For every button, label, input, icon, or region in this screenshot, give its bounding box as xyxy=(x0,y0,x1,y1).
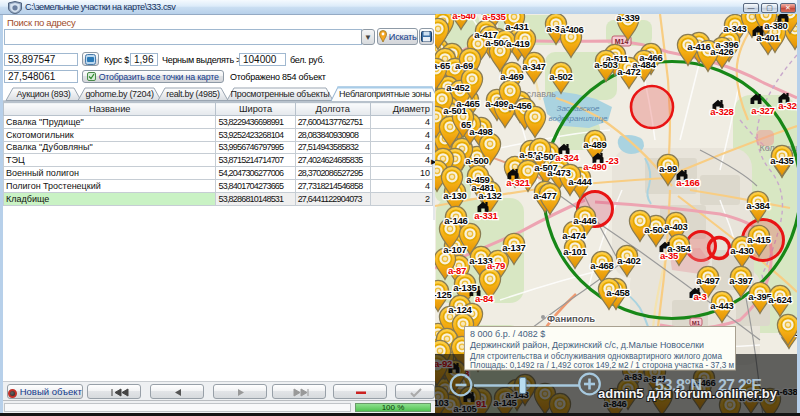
svg-text:a-137: a-137 xyxy=(502,242,525,253)
svg-text:a-132: a-132 xyxy=(478,190,501,201)
svg-text:a-497: a-497 xyxy=(696,275,719,286)
svg-text:gohome.by (7204): gohome.by (7204) xyxy=(85,89,154,99)
svg-text:8 000 б.р. / 4082 $: 8 000 б.р. / 4082 $ xyxy=(470,329,545,339)
svg-text:a-380: a-380 xyxy=(764,20,787,31)
svg-text:a-456: a-456 xyxy=(508,100,531,111)
svg-text:admin5 для forum.onliner.by: admin5 для forum.onliner.by xyxy=(598,386,777,401)
svg-text:a-419: a-419 xyxy=(506,38,529,49)
svg-text:a-499: a-499 xyxy=(485,98,508,109)
svg-text:a-469: a-469 xyxy=(500,71,523,82)
svg-text:a-384: a-384 xyxy=(746,200,770,211)
svg-text:a-540: a-540 xyxy=(452,14,475,21)
svg-text:a-343: a-343 xyxy=(723,23,746,34)
svg-text:a-99: a-99 xyxy=(659,163,677,174)
svg-text:a-489: a-489 xyxy=(583,139,606,150)
svg-text:a-324: a-324 xyxy=(555,152,579,163)
svg-text:a-490: a-490 xyxy=(583,161,606,172)
svg-text:a-347: a-347 xyxy=(522,61,545,72)
svg-text:a-465: a-465 xyxy=(456,98,480,109)
svg-text:a-124: a-124 xyxy=(448,304,472,315)
svg-text:a-500: a-500 xyxy=(465,155,488,166)
svg-text:a-472: a-472 xyxy=(617,66,640,77)
svg-text:a-535: a-535 xyxy=(482,14,506,22)
svg-text:a-452: a-452 xyxy=(446,82,469,93)
svg-text:a-426: a-426 xyxy=(710,46,733,57)
svg-text:a-403: a-403 xyxy=(664,221,687,232)
svg-text:realt.by (4985): realt.by (4985) xyxy=(166,89,220,99)
svg-text:a-498: a-498 xyxy=(469,126,492,137)
svg-text:Держинский район, Держинский с: Держинский район, Держинский с/с, д.Малы… xyxy=(470,340,704,350)
svg-text:a-397: a-397 xyxy=(729,275,752,286)
svg-text:a-444: a-444 xyxy=(568,176,592,187)
svg-text:a-3: a-3 xyxy=(693,291,706,302)
svg-text:Аукцион (893): Аукцион (893) xyxy=(16,89,70,99)
svg-text:Неблагоприятные зоны: Неблагоприятные зоны xyxy=(339,89,431,99)
svg-text:a-339: a-339 xyxy=(616,14,639,23)
svg-text:a-135: a-135 xyxy=(453,282,477,293)
svg-text:a-35: a-35 xyxy=(660,250,679,261)
svg-text:a-84: a-84 xyxy=(475,293,494,304)
svg-text:-23: -23 xyxy=(605,155,618,166)
svg-text:a-65: a-65 xyxy=(435,60,451,71)
svg-text:Фаниполь: Фаниполь xyxy=(547,313,595,324)
svg-text:a-146: a-146 xyxy=(444,215,467,226)
svg-text:a-415: a-415 xyxy=(747,234,771,245)
svg-text:a-502: a-502 xyxy=(549,71,572,82)
svg-text:a-473: a-473 xyxy=(547,167,570,178)
svg-text:a-321: a-321 xyxy=(506,177,530,188)
svg-text:a-430: a-430 xyxy=(730,245,753,256)
svg-text:a-327: a-327 xyxy=(751,105,774,116)
svg-text:a-443: a-443 xyxy=(710,300,733,311)
svg-text:a-328: a-328 xyxy=(710,106,733,117)
svg-text:a-125: a-125 xyxy=(435,289,453,300)
svg-text:a-166: a-166 xyxy=(676,177,699,188)
svg-text:a-503: a-503 xyxy=(594,59,617,70)
svg-text:a-130: a-130 xyxy=(443,190,466,201)
svg-text:a-87: a-87 xyxy=(448,265,466,276)
svg-text:a-69: a-69 xyxy=(455,60,473,71)
svg-text:a-107: a-107 xyxy=(443,244,466,255)
svg-text:a-468: a-468 xyxy=(590,260,613,271)
svg-text:a-624: a-624 xyxy=(768,294,792,305)
svg-text:a-459: a-459 xyxy=(466,174,489,185)
svg-text:a-326: a-326 xyxy=(778,100,797,111)
svg-text:a-79: a-79 xyxy=(487,260,505,271)
svg-text:a-431: a-431 xyxy=(505,21,529,32)
svg-text:a-435: a-435 xyxy=(770,155,794,166)
svg-text:a-477: a-477 xyxy=(533,190,556,201)
svg-text:a-402: a-402 xyxy=(617,255,640,266)
svg-text:a-331: a-331 xyxy=(474,210,498,221)
svg-text:a-416: a-416 xyxy=(687,41,710,52)
svg-text:Заславское: Заславское xyxy=(557,104,601,113)
svg-text:a-474: a-474 xyxy=(562,230,586,241)
svg-text:a-401: a-401 xyxy=(756,32,780,43)
svg-text:Просмотренные объекты: Просмотренные объекты xyxy=(231,89,330,99)
svg-text:a-446: a-446 xyxy=(573,215,596,226)
svg-text:Площадь: 0,1492 га / 1,492 сот: Площадь: 0,1492 га / 1,492 соток 149,2 м… xyxy=(470,360,734,370)
svg-text:a-406: a-406 xyxy=(560,24,583,35)
svg-text:М1: М1 xyxy=(692,320,701,326)
svg-text:водохранилище: водохранилище xyxy=(548,114,608,123)
svg-text:a-458: a-458 xyxy=(606,287,629,298)
svg-text:a-101: a-101 xyxy=(563,246,587,257)
